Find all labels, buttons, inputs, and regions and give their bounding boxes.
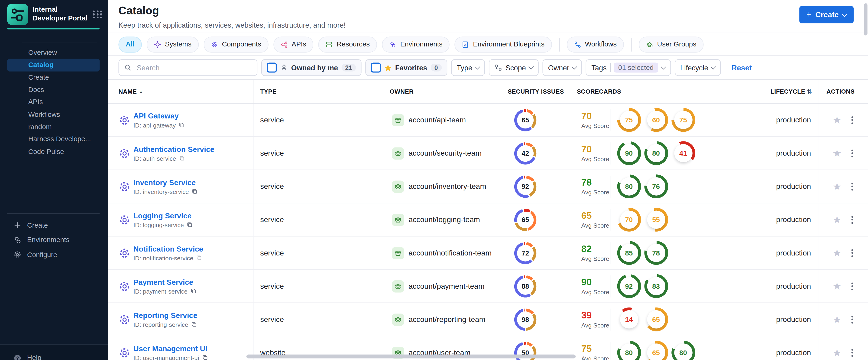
favorite-star-icon[interactable]: ★ — [833, 281, 841, 291]
favorite-star-icon[interactable]: ★ — [833, 314, 841, 325]
sort-both-icon: ⇅ — [807, 88, 812, 95]
horizontal-scrollbar[interactable] — [246, 355, 576, 359]
table-row[interactable]: Logging ServiceID: logging-serviceservic… — [108, 203, 868, 236]
table-row[interactable]: Reporting ServiceID: reporting-servicese… — [108, 303, 868, 336]
users-icon — [392, 313, 404, 325]
favorite-star-icon[interactable]: ★ — [833, 115, 841, 125]
scorecard-ring: 41 — [671, 141, 695, 165]
sidebar-item-random[interactable]: random — [0, 121, 108, 133]
tab-group-divider — [631, 37, 631, 51]
entity-name-link[interactable]: Reporting Service — [133, 311, 197, 319]
sidebar-item-harness-develope[interactable]: Harness Develope... — [0, 133, 108, 145]
kebab-menu-icon[interactable] — [850, 347, 855, 358]
entity-name-link[interactable]: Inventory Service — [133, 178, 198, 186]
owner-name: account/payment-team — [408, 282, 485, 290]
tab-apis[interactable]: APIs — [273, 36, 314, 52]
sidebar-item-workflows[interactable]: Workflows — [0, 108, 108, 121]
favorite-star-icon[interactable]: ★ — [833, 181, 841, 191]
favorite-star-icon[interactable]: ★ — [833, 148, 841, 158]
tab-components[interactable]: Components — [204, 36, 269, 52]
sidebar-item-environments[interactable]: Environments — [0, 233, 108, 247]
gear-icon — [118, 280, 130, 292]
entity-name-link[interactable]: User Management UI — [133, 344, 208, 353]
sidebar-item-configure[interactable]: Configure — [0, 247, 108, 262]
scorecard-ring: 65 — [644, 341, 668, 360]
table-row[interactable]: Payment ServiceID: payment-serviceservic… — [108, 270, 868, 303]
table-row[interactable]: Inventory ServiceID: inventory-servicese… — [108, 170, 868, 203]
kebab-menu-icon[interactable] — [850, 214, 855, 225]
sidebar-item-docs[interactable]: Docs — [0, 84, 108, 96]
app-switcher-icon[interactable] — [93, 10, 102, 19]
owned-by-me-filter[interactable]: Owned by me 21 — [261, 59, 362, 76]
column-header-name[interactable]: NAME▲ — [118, 80, 254, 103]
sidebar-item-overview[interactable]: Overview — [0, 47, 108, 59]
entity-id: ID: user-management-ui — [133, 354, 208, 360]
copy-icon[interactable] — [179, 155, 185, 161]
entity-name-link[interactable]: Payment Service — [133, 278, 196, 286]
tab-workflows[interactable]: Workflows — [567, 36, 624, 52]
kebab-menu-icon[interactable] — [850, 148, 855, 159]
sidebar-item-create[interactable]: Create — [0, 71, 108, 84]
scorecard-ring: 55 — [644, 208, 668, 232]
lifecycle-cell: production — [742, 303, 819, 336]
reset-filters-link[interactable]: Reset — [732, 63, 752, 72]
column-header-scorecards: SCORECARDS — [576, 80, 742, 103]
copy-icon[interactable] — [187, 221, 193, 228]
sidebar-item-help[interactable]: ? Help — [0, 351, 108, 360]
copy-icon[interactable] — [192, 188, 198, 194]
vertical-scrollbar[interactable] — [864, 3, 867, 35]
kebab-menu-icon[interactable] — [850, 181, 855, 192]
tab-environment-blueprints[interactable]: AEnvironment Blueprints — [455, 36, 552, 52]
sidebar-item-create[interactable]: Create — [0, 218, 108, 233]
copy-icon[interactable] — [196, 255, 202, 261]
entity-name-link[interactable]: Notification Service — [133, 245, 203, 253]
favorite-star-icon[interactable]: ★ — [833, 248, 841, 258]
avg-score-value: 75 — [581, 344, 609, 353]
tab-user-groups[interactable]: User Groups — [639, 36, 704, 52]
column-header-lifecycle[interactable]: LIFECYCLE⇅ — [742, 80, 819, 103]
tab-environments[interactable]: Environments — [382, 36, 450, 52]
table-row[interactable]: Authentication ServiceID: auth-servicese… — [108, 137, 868, 170]
sidebar-item-apis[interactable]: APIs — [0, 96, 108, 108]
copy-icon[interactable] — [179, 122, 185, 128]
copy-icon[interactable] — [190, 288, 196, 294]
divider — [610, 341, 611, 360]
entity-name-link[interactable]: API Gateway — [133, 112, 185, 120]
table-row[interactable]: Notification ServiceID: notification-ser… — [108, 236, 868, 270]
sidebar-item-code-pulse[interactable]: Code Pulse — [0, 145, 108, 158]
gear-icon — [118, 313, 130, 325]
favorites-filter[interactable]: ★ Favorites 0 — [366, 59, 447, 76]
entity-name-link[interactable]: Authentication Service — [133, 145, 214, 153]
scorecards-cell: 70Avg Score756075 — [576, 103, 742, 136]
tab-systems[interactable]: Systems — [147, 36, 199, 52]
tags-dropdown[interactable]: Tags 01 selected — [586, 59, 671, 76]
table-row[interactable]: API GatewayID: api-gatewayserviceaccount… — [108, 103, 868, 137]
kebab-menu-icon[interactable] — [850, 247, 855, 259]
entity-name-link[interactable]: Logging Service — [133, 211, 193, 220]
sidebar-item-label: APIs — [28, 98, 43, 106]
favorite-star-icon[interactable]: ★ — [833, 215, 841, 224]
sidebar-item-catalog[interactable]: Catalog — [7, 59, 99, 71]
tab-label: Environment Blueprints — [473, 40, 545, 48]
type-dropdown[interactable]: Type — [451, 59, 485, 76]
owner-dropdown[interactable]: Owner — [542, 59, 582, 76]
column-header-type: TYPE — [254, 80, 388, 103]
filter-bar: Owned by me 21 ★ Favorites 0 Type Scope — [108, 56, 868, 80]
kebab-menu-icon[interactable] — [850, 280, 855, 292]
copy-icon[interactable] — [191, 321, 197, 327]
create-button[interactable]: + Create — [799, 6, 854, 23]
kebab-menu-icon[interactable] — [850, 314, 855, 325]
owned-by-me-checkbox[interactable] — [267, 63, 277, 73]
favorite-star-icon[interactable]: ★ — [833, 348, 841, 358]
copy-icon[interactable] — [202, 355, 208, 360]
tab-resources[interactable]: Resources — [318, 36, 377, 52]
chevron-down-icon — [528, 64, 534, 70]
search-input[interactable] — [135, 63, 252, 72]
sidebar-item-label: Docs — [28, 86, 44, 94]
favorites-checkbox[interactable] — [371, 63, 381, 73]
scorecards-cell: 70Avg Score908041 — [576, 137, 742, 170]
kebab-menu-icon[interactable] — [850, 115, 855, 126]
tab-all[interactable]: All — [118, 36, 142, 52]
scope-dropdown[interactable]: Scope — [489, 59, 539, 76]
lifecycle-dropdown[interactable]: Lifecycle — [675, 59, 721, 76]
